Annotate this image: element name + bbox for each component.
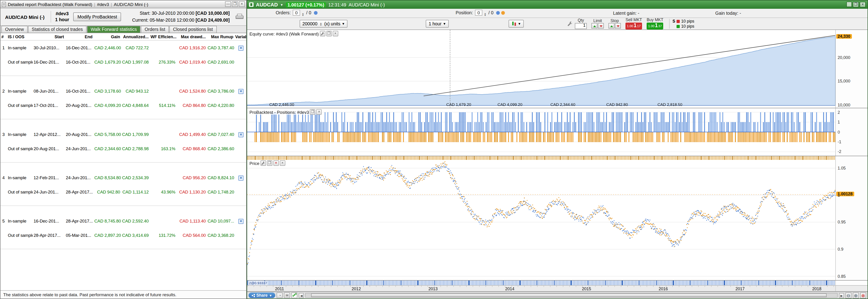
tab-overview[interactable]: Overview bbox=[1, 26, 28, 33]
restore-icon[interactable]: ❐ bbox=[232, 1, 238, 7]
close-panel-icon[interactable]: × bbox=[333, 31, 338, 36]
wrench-icon[interactable] bbox=[320, 31, 325, 36]
variables-icon[interactable]: × bbox=[239, 132, 244, 137]
stop-pips-2[interactable]: 10 pips bbox=[681, 24, 694, 29]
start-label: Start: bbox=[140, 11, 151, 16]
quantity-dropdown[interactable]: 200000 ▲▼ (x) units ▼ bbox=[300, 20, 348, 28]
qty-input[interactable]: 1 bbox=[575, 23, 587, 29]
variables-icon[interactable]: × bbox=[239, 219, 244, 224]
row-annualized: CAD 1,709.99 bbox=[121, 132, 150, 137]
tab-orders-list[interactable]: Orders list bbox=[141, 26, 169, 33]
sell-stop-button[interactable] bbox=[615, 23, 621, 29]
float-window-icon[interactable]: ❐ bbox=[326, 31, 332, 36]
table-row[interactable]: Out of sample24-Jun-201...28-Apr-2017...… bbox=[0, 185, 246, 199]
position-alert-icon[interactable] bbox=[501, 11, 505, 15]
col-number: # bbox=[0, 34, 7, 39]
share-button[interactable]: Share ▼ bbox=[249, 293, 275, 298]
minimize-icon[interactable]: — bbox=[225, 1, 231, 7]
row-max-runup: CAD 3,368.20 bbox=[207, 233, 234, 238]
close-panel-icon[interactable]: × bbox=[316, 109, 322, 115]
user-icon[interactable]: ◔ bbox=[277, 293, 283, 298]
instrument-label: AUD/CAD Mini (-) bbox=[3, 13, 46, 21]
table-row[interactable]: 2In-sample08-Jun-201...16-Oct-201...CAD … bbox=[0, 84, 246, 98]
buy-limit-button[interactable] bbox=[591, 23, 597, 29]
table-row[interactable]: 5In-sample16-Dec-201...28-Apr-2017...CAD… bbox=[0, 214, 246, 228]
table-row[interactable]: Out of sample20-Aug-201...24-Jun-201...C… bbox=[0, 141, 246, 156]
tab-closed-positions-list[interactable]: Closed positions list bbox=[169, 26, 217, 33]
symbol-label[interactable]: AUDCAD bbox=[256, 2, 278, 7]
sell-market: Sell MKT 1.00117 bbox=[625, 18, 642, 29]
table-row[interactable]: Out of sample16-Dec-201...16-Oct-201...C… bbox=[0, 55, 246, 69]
close-icon[interactable]: × bbox=[860, 2, 866, 7]
take-profit-icon[interactable] bbox=[677, 25, 680, 28]
chevron-down-icon[interactable]: ▼ bbox=[280, 3, 283, 6]
position-settings-icon[interactable] bbox=[496, 11, 500, 15]
positions-axis-label: 1 bbox=[838, 120, 840, 125]
horizontal-scrollbar[interactable] bbox=[305, 293, 838, 298]
order-settings-wrench-icon[interactable] bbox=[567, 21, 572, 26]
variables-icon[interactable]: × bbox=[239, 45, 244, 50]
orders-count-input[interactable]: 0 bbox=[293, 10, 300, 16]
stop-loss-icon[interactable] bbox=[677, 20, 680, 23]
close-icon[interactable]: × bbox=[239, 1, 245, 7]
sell-limit-button[interactable] bbox=[598, 23, 604, 29]
chart-type-dropdown[interactable]: ▼ bbox=[508, 20, 524, 28]
positions-panel-header: ProBacktest - Positions: #dev3 ❐ × bbox=[249, 109, 323, 115]
position-count-input[interactable]: 0 bbox=[475, 10, 482, 16]
timeframe-dropdown[interactable]: 1 hour ▼ bbox=[426, 20, 449, 28]
variables-icon[interactable]: × bbox=[239, 175, 244, 180]
modify-probacktest-button[interactable]: Modify ProBacktest bbox=[73, 12, 121, 21]
print-icon[interactable] bbox=[236, 14, 244, 20]
price-axis-label: 1 bbox=[838, 193, 840, 197]
quantity-spinner[interactable]: ▲▼ bbox=[320, 22, 322, 26]
time-axis[interactable]: 20112012201320142015201620172018 bbox=[247, 286, 868, 292]
table-row[interactable]: 1In-sample30-Jul-2010...16-Dec-201...CAD… bbox=[0, 40, 246, 55]
orders-spinner[interactable]: ▲▼ bbox=[302, 12, 304, 16]
mail-icon[interactable]: ✉ bbox=[284, 293, 290, 298]
price-chart-canvas[interactable] bbox=[247, 156, 835, 280]
buy-mkt-button[interactable]: 1.00137 bbox=[647, 23, 663, 29]
equity-chart-canvas[interactable] bbox=[247, 30, 835, 108]
wrench-icon[interactable] bbox=[260, 160, 266, 166]
buy-stop-button[interactable] bbox=[609, 23, 614, 29]
positions-chart-canvas[interactable] bbox=[247, 108, 835, 156]
orders-status: Orders: 0▲▼ / 0 bbox=[276, 10, 317, 16]
tab-walk-forward-statistics[interactable]: Walk Forward statistics bbox=[87, 26, 141, 33]
report-title: Detailed report ProBacktest (Walk Forwar… bbox=[8, 2, 92, 7]
table-row[interactable]: Out of sample28-Apr-2017...05-Mar-201...… bbox=[0, 228, 246, 242]
sell-mkt-button[interactable]: 1.00117 bbox=[625, 23, 642, 29]
position-spinner[interactable]: ▲▼ bbox=[484, 12, 486, 16]
row-number: 1 bbox=[0, 45, 7, 50]
row-type: In-sample bbox=[7, 218, 33, 223]
table-row[interactable]: 3In-sample12-Apr-2012...20-Aug-201...CAD… bbox=[0, 127, 246, 141]
zoom-in-icon[interactable]: ⊕ bbox=[853, 292, 859, 298]
restore-icon[interactable]: ❐ bbox=[853, 2, 859, 7]
orders-settings-icon[interactable] bbox=[314, 11, 317, 15]
row-variables: × bbox=[234, 175, 246, 180]
price-chart[interactable]: Price ❐ + × bbox=[247, 156, 835, 280]
report-titlebar[interactable]: Detailed report ProBacktest (Walk Forwar… bbox=[0, 0, 246, 8]
chart-titlebar[interactable]: AUDCAD ▼ 1.00127 (+0.17%) 12:31:49 AUD/C… bbox=[247, 0, 868, 9]
reset-zoom-icon[interactable]: ⊗ bbox=[860, 292, 866, 298]
positions-axis-label: -2 bbox=[838, 150, 841, 154]
equity-chart[interactable]: Equity curve: #dev3 (Walk Forward) ❐ × C… bbox=[247, 30, 835, 108]
close-panel-icon[interactable]: × bbox=[280, 160, 285, 166]
zoom-out-icon[interactable]: ⊖ bbox=[845, 292, 851, 298]
table-row[interactable]: 4In-sample12-Feb-201...24-Jun-201...CAD … bbox=[0, 170, 246, 185]
float-window-icon[interactable]: ❐ bbox=[267, 160, 272, 166]
performance-icon[interactable] bbox=[291, 293, 298, 298]
scroll-left-icon[interactable]: ◀ bbox=[299, 293, 304, 298]
variables-icon[interactable]: × bbox=[239, 89, 244, 94]
tab-statistics-of-closed-trades[interactable]: Statistics of closed trades bbox=[28, 26, 87, 33]
float-window-icon[interactable]: ❐ bbox=[310, 109, 315, 115]
walk-forward-table: 1In-sample30-Jul-2010...16-Dec-201...CAD… bbox=[0, 40, 246, 299]
stop-pips-1[interactable]: 10 pips bbox=[681, 19, 694, 24]
table-row[interactable]: Out of sample17-Oct-201...20-Aug-201...C… bbox=[0, 98, 246, 112]
scroll-right-icon[interactable]: ▶ bbox=[839, 293, 844, 298]
add-indicator-icon[interactable]: + bbox=[273, 160, 279, 166]
row-max-drawdown: CAD 956.20 bbox=[176, 175, 207, 180]
workspace-grid-icon[interactable] bbox=[846, 2, 852, 7]
scrollbar-thumb[interactable] bbox=[311, 294, 827, 297]
row-end-date: 16-Dec-201... bbox=[65, 45, 93, 50]
positions-chart[interactable]: ProBacktest - Positions: #dev3 ❐ × bbox=[247, 108, 835, 156]
